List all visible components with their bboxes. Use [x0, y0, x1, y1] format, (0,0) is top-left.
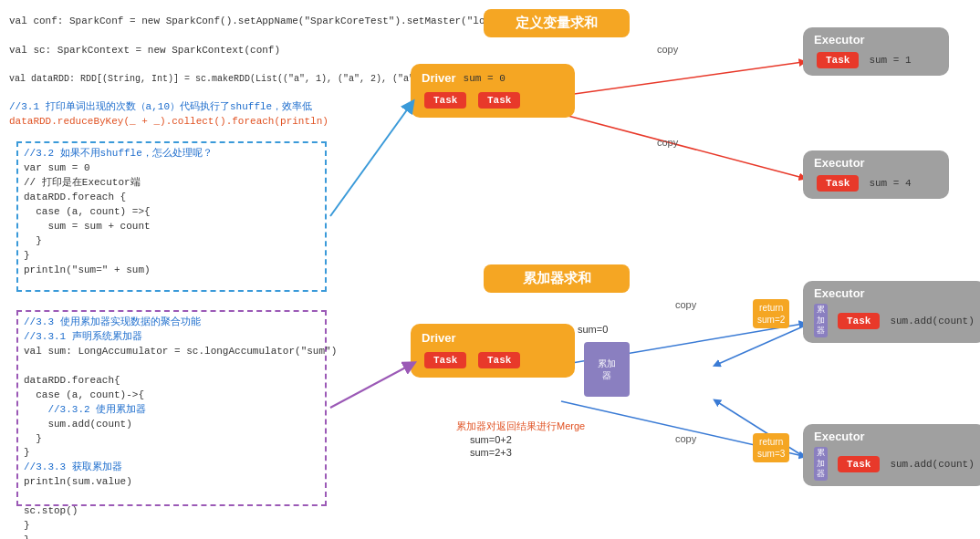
box2-line-16: }	[24, 534, 319, 539]
dashed-box-shuffle: //3.2 如果不用shuffle，怎么处理呢？ var sum = 0 // …	[16, 141, 327, 292]
code-panel: val conf: SparkConf = new SparkConf().se…	[0, 0, 338, 539]
box1-line-3: // 打印是在Executor端	[24, 176, 319, 191]
box2-line-7: //3.3.2 使用累加器	[24, 403, 319, 418]
code-line-2	[9, 29, 328, 44]
box2-line-12: println(sum.value)	[24, 475, 319, 490]
executor-top-1-sum: sum = 1	[869, 55, 911, 66]
executor-top-1: Executor Task sum = 1	[803, 27, 949, 76]
driver-bottom-task1: Task	[424, 352, 466, 368]
code-line-6	[9, 86, 328, 100]
code-line-5: val dataRDD: RDD[(String, Int)] = sc.mak…	[9, 73, 328, 87]
box1-line-2: var sum = 0	[24, 161, 319, 176]
executor-top-2-sum: sum = 4	[869, 178, 911, 189]
driver-top-task2: Task	[478, 92, 520, 109]
merge-text: 累加器对返回结果进行Merge	[456, 420, 585, 433]
driver-top: Driver sum = 0 Task Task	[411, 64, 575, 118]
box2-line-14: sc.stop()	[24, 504, 319, 519]
driver-top-task1: Task	[424, 92, 466, 109]
box2-line-11: //3.3.3 获取累加器	[24, 461, 319, 475]
box1-line-6: sum = sum + count	[24, 220, 319, 234]
header-define-sum: 定义变量求和	[484, 9, 630, 37]
box1-line-7: }	[24, 234, 319, 249]
box1-line-5: case (a, count) =>{	[24, 205, 319, 220]
executor-bottom-1-sum: sum.add(count)	[890, 316, 974, 327]
copy-label-bottom-2: copy	[675, 433, 696, 444]
box2-line-6: case (a, count)->{	[24, 389, 319, 403]
copy-label-top-1: copy	[657, 44, 678, 55]
box1-line-4: dataRDD.foreach {	[24, 191, 319, 205]
code-line-4	[9, 58, 328, 73]
executor-top-2-task: Task	[817, 175, 859, 192]
bottom-driver-sum0: sum=0	[578, 324, 608, 335]
box1-line-8: }	[24, 249, 319, 264]
code-line-8: dataRDD.reduceByKey(_ + _).collect().for…	[9, 115, 328, 130]
executor-top-1-task: Task	[817, 52, 859, 68]
driver-bottom-label: Driver	[422, 331, 456, 345]
executor-bottom-2-sum: sum.add(count)	[890, 459, 974, 470]
box2-line-4	[24, 359, 319, 374]
driver-bottom-task2: Task	[478, 352, 520, 368]
box1-line-9: println("sum=" + sum)	[24, 264, 319, 278]
code-line-7: //3.1 打印单词出现的次数（a,10）代码执行了shuffle，效率低	[9, 100, 328, 115]
copy-label-top-2: copy	[657, 137, 678, 148]
accumulator-driver-label: 累加器	[598, 358, 616, 381]
box2-line-5: dataRDD.foreach{	[24, 374, 319, 389]
svg-line-1	[561, 114, 803, 178]
sum-result-1: sum=0+2	[470, 434, 512, 445]
svg-line-4	[716, 327, 803, 365]
return-sum3-box: returnsum=3	[753, 433, 789, 462]
box2-line-3: val sum: LongAccumulator = sc.longAccumu…	[24, 345, 319, 359]
executor-bottom-1-label: Executor	[814, 286, 975, 300]
executor-bottom-2-task: Task	[838, 456, 880, 472]
box2-line-9: }	[24, 432, 319, 447]
executor-bottom-1-task: Task	[838, 313, 880, 329]
box2-line-10: }	[24, 446, 319, 461]
driver-bottom: Driver Task Task	[411, 324, 575, 378]
box2-line-1: //3.3 使用累加器实现数据的聚合功能	[24, 316, 319, 330]
box2-line-8: sum.add(count)	[24, 418, 319, 432]
header-accumulator-sum: 累加器求和	[484, 264, 630, 293]
diagram-area: 定义变量求和 Driver sum = 0 Task Task Executor…	[338, 0, 980, 539]
executor-bottom-2-label: Executor	[814, 430, 975, 443]
acc-label-2: 累加器	[814, 447, 828, 481]
executor-top-2-label: Executor	[814, 156, 938, 170]
acc-label-1: 累加器	[814, 304, 828, 337]
executor-bottom-1: Executor 累加器 Task sum.add(count)	[803, 281, 980, 343]
box2-line-13	[24, 490, 319, 504]
code-line-1: val conf: SparkConf = new SparkConf().se…	[9, 15, 328, 29]
accumulator-box-driver: 累加器	[584, 342, 630, 397]
copy-label-bottom-1: copy	[675, 299, 696, 310]
dashed-box-accumulator: //3.3 使用累加器实现数据的聚合功能 //3.3.1 声明系统累加器 val…	[16, 310, 327, 506]
executor-bottom-2: Executor 累加器 Task sum.add(count)	[803, 424, 980, 486]
driver-top-label: Driver	[422, 71, 456, 85]
driver-top-sum: sum = 0	[464, 73, 506, 84]
svg-line-0	[561, 62, 803, 96]
box2-line-2: //3.3.1 声明系统累加器	[24, 330, 319, 345]
box1-line-1: //3.2 如果不用shuffle，怎么处理呢？	[24, 147, 319, 161]
code-line-3: val sc: SparkContext = new SparkContext(…	[9, 44, 328, 58]
executor-top-2: Executor Task sum = 4	[803, 150, 949, 199]
executor-top-1-label: Executor	[814, 33, 938, 47]
return-sum2-box: returnsum=2	[753, 299, 789, 328]
sum-result-2: sum=2+3	[470, 447, 512, 458]
box2-line-15: }	[24, 519, 319, 534]
